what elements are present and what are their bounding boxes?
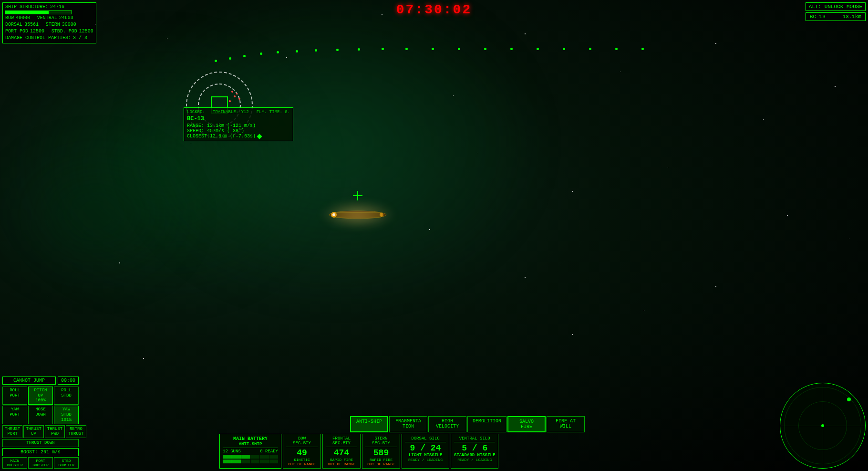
retro-thrust-button[interactable]: RETROTHRUST <box>66 425 86 439</box>
roll-stbd-button[interactable]: ROLL STBD <box>54 387 79 405</box>
tab-demolition[interactable]: DEMOLITION <box>467 416 506 432</box>
stern-value: 30000 <box>62 22 76 28</box>
frontal-sec-title: FRONTALSEC.BTY <box>326 436 357 447</box>
boost-display: BOOST: 261 m/s <box>2 448 79 456</box>
weapon-panels: MAIN BATTERYANTI-SHIP 12 GUNS 0 READY <box>219 434 715 469</box>
structure-bar-fill <box>6 11 49 14</box>
guns-count: 12 GUNS <box>223 449 241 454</box>
port-pod-value: 12500 <box>30 29 44 34</box>
cannot-jump-label: CANNOT JUMP <box>2 377 56 385</box>
hud-topleft-panel: SHIP STRUCTURE: 24716 BOW 40000 VENTRAL … <box>2 2 96 43</box>
damage-control-value: 3 / 3 <box>73 35 87 41</box>
reload-bar-4 <box>251 455 260 459</box>
port-booster-button[interactable]: PORT BOOSTER <box>28 457 53 469</box>
main-booster-button[interactable]: MAIN BOOSTER <box>2 457 27 469</box>
yaw-stbd-button[interactable]: YAW STBD101% <box>54 406 79 424</box>
lock-status: LOCKED: TRAINABLE: Y12 FLY. TIME: 0. <box>187 110 290 115</box>
ventral-label: VENTRAL <box>37 15 57 21</box>
crosshair <box>353 191 362 200</box>
hud-topright-panel: ALT: UNLOCK MOUSE BC-13 13.1km <box>806 2 866 21</box>
tab-fire-at-will[interactable]: FIRE ATWILL <box>547 416 585 432</box>
bow-sec-title: BOWSEC.BTY <box>286 436 318 447</box>
bow-ventral-row: BOW 40000 VENTRAL 24603 <box>5 15 93 21</box>
reload-bar-10 <box>251 460 260 463</box>
booster-buttons: MAIN BOOSTER PORT BOOSTER STBD BOOSTER <box>2 457 79 469</box>
radar-player-dot <box>821 424 824 427</box>
speed-label: SPEED: <box>187 128 207 134</box>
closest-label: CLOSEST: <box>187 134 210 139</box>
target-dist-right: 13.1km <box>842 14 861 20</box>
roll-controls: ROLL PORT PITCH UP100% ROLL STBD <box>2 387 79 405</box>
thrust-down-row: THRUST DOWN <box>2 439 79 447</box>
pods-row: PORT POD 12500 STBD. POD 12500 <box>5 29 93 34</box>
closest-value: 12.6km (r-7.63s) <box>210 134 256 139</box>
bow-label: BOW <box>5 15 14 21</box>
stars <box>0 0 868 471</box>
pitch-up-button[interactable]: PITCH UP100% <box>28 387 53 405</box>
speed-value: 457m/s ( 38°) <box>207 128 244 134</box>
range-value: 13.1km (-121 m/s) <box>207 123 256 128</box>
dorsal-silo-title: DORSAL SILO <box>405 436 446 442</box>
main-battery-title: MAIN BATTERYANTI-SHIP <box>223 436 278 448</box>
ventral-silo-title: VENTRAL SILO <box>454 436 495 442</box>
dorsal-silo-type: LIGHT MISSILE <box>405 453 446 458</box>
thrust-fwd-button[interactable]: THRUSTFWD <box>45 425 65 439</box>
jump-status: CANNOT JUMP 00:00 <box>2 377 79 385</box>
bow-sec-value: 49 <box>286 448 318 458</box>
reload-bar-1 <box>223 455 232 459</box>
guns-ready: 0 READY <box>260 449 278 454</box>
radar-panel <box>780 383 866 469</box>
flight-controls-panel: CANNOT JUMP 00:00 ROLL PORT PITCH UP100%… <box>2 377 79 469</box>
tab-salvo-fire[interactable]: SALVOFIRE <box>507 416 546 432</box>
target-closest: CLOSEST: 12.6km (r-7.63s) <box>187 134 290 139</box>
ventral-value: 24603 <box>59 15 73 21</box>
game-timer: 07:30:02 <box>396 2 472 17</box>
thrust-down-button[interactable]: THRUST DOWN <box>2 439 79 447</box>
target-speed: SPEED: 457m/s ( 38°) <box>187 128 290 134</box>
reload-bar-2 <box>232 455 241 459</box>
missile-trail <box>215 48 644 62</box>
thrust-port-button[interactable]: THRUSTPORT <box>2 425 22 439</box>
target-range: RANGE: 13.1km (-121 m/s) <box>187 123 290 128</box>
stern-secondary-panel: STERNSEC.BTY 589 RAPID FIRE OUT OF RANGE <box>362 434 400 469</box>
stbd-booster-button[interactable]: STBD BOOSTER <box>54 457 79 469</box>
player-ship <box>320 200 396 229</box>
stern-sec-status: OUT OF RANGE <box>365 462 397 466</box>
structure-row: SHIP STRUCTURE: 24716 <box>5 4 93 10</box>
stern-sec-value: 589 <box>365 448 397 458</box>
yaw-port-button[interactable]: YAW PORT <box>2 406 27 424</box>
nose-down-button[interactable]: NOSE DOWN <box>28 406 53 424</box>
stern-sec-type: RAPID FIRE <box>365 458 397 462</box>
target-name: BC-13 <box>187 115 290 122</box>
radar-crosshair-h <box>780 426 865 426</box>
stbd-pod-value: 12500 <box>79 29 93 34</box>
tab-high-velocity[interactable]: HIGHVELOCITY <box>428 416 466 432</box>
stern-sec-title: STERNSEC.BTY <box>365 436 397 447</box>
reload-bar-7 <box>223 460 232 463</box>
radar-target-dot <box>847 398 851 401</box>
reload-bar-12 <box>269 460 279 463</box>
reload-bar-3 <box>241 455 250 459</box>
dorsal-stern-row: DORSAL 35561 STERN 30000 <box>5 22 93 28</box>
tab-fragmentation[interactable]: FRAGMENTATION <box>389 416 427 432</box>
ventral-silo-type: STANDARD MISSILE <box>454 453 495 458</box>
reload-bar-8 <box>232 460 241 463</box>
dorsal-label: DORSAL <box>5 22 22 28</box>
target-info-right: BC-13 13.1km <box>806 12 866 21</box>
dorsal-value: 35561 <box>24 22 39 28</box>
roll-port-button[interactable]: ROLL PORT <box>2 387 27 405</box>
range-label: RANGE: <box>187 123 207 128</box>
diamond-icon <box>257 134 262 139</box>
stern-label: STERN <box>46 22 60 28</box>
weapon-hud-panel: ANTI-SHIP FRAGMENTATION HIGHVELOCITY DEM… <box>219 416 715 469</box>
dorsal-silo-panel: DORSAL SILO 9 / 24 LIGHT MISSILE READY /… <box>402 434 449 469</box>
target-data-panel: LOCKED: TRAINABLE: Y12 FLY. TIME: 0. BC-… <box>184 107 293 141</box>
tab-anti-ship[interactable]: ANTI-SHIP <box>350 416 388 432</box>
port-pod-label: PORT POD <box>5 29 28 34</box>
reload-bar-6 <box>269 455 279 459</box>
dorsal-silo-count: 9 / 24 <box>405 443 446 453</box>
target-id-right: BC-13 <box>810 14 826 20</box>
reload-bar-11 <box>260 460 269 463</box>
thrust-up-button[interactable]: THRUSTUP <box>23 425 43 439</box>
structure-value: 24716 <box>50 4 64 10</box>
